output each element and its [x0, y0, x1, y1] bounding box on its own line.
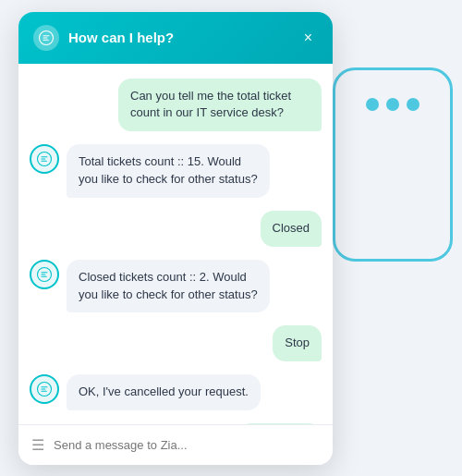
- backdrop-dot-3: [407, 98, 419, 111]
- bot-avatar: [30, 374, 59, 404]
- message-row: Can you tell me the total ticket count i…: [30, 79, 322, 132]
- bot-avatar: [30, 144, 59, 174]
- header-title: How can I help?: [68, 30, 289, 45]
- menu-icon[interactable]: ☰: [31, 436, 44, 454]
- bot-bubble: OK, I've cancelled your request.: [67, 374, 261, 410]
- message-row: Total tickets count :: 15. Would you lik…: [30, 144, 322, 198]
- scene: How can I help? × Can you tell me the to…: [18, 12, 444, 465]
- bot-avatar: [30, 260, 59, 289]
- message-row: Closed: [30, 211, 322, 247]
- close-button[interactable]: ×: [298, 29, 318, 47]
- bot-bubble: Total tickets count :: 15. Would you lik…: [67, 144, 270, 198]
- chat-input-area: ☰: [18, 424, 333, 465]
- user-bubble: Stop: [273, 325, 322, 361]
- chat-header: How can I help? ×: [18, 12, 333, 64]
- message-row: Stop: [30, 325, 322, 361]
- user-bubble: Can you tell me the total ticket count i…: [118, 79, 322, 132]
- zia-logo: [33, 25, 59, 51]
- backdrop-dot-1: [366, 98, 379, 111]
- chat-widget: How can I help? × Can you tell me the to…: [18, 12, 333, 465]
- backdrop-dot-2: [386, 98, 399, 111]
- backdrop-dots: [335, 70, 450, 111]
- bot-bubble: Closed tickets count :: 2. Would you lik…: [67, 260, 270, 313]
- user-bubble: Closed: [261, 211, 322, 247]
- message-row: Closed tickets count :: 2. Would you lik…: [30, 260, 322, 313]
- messages-area: Can you tell me the total ticket count i…: [18, 64, 333, 424]
- message-input[interactable]: [54, 438, 320, 452]
- message-row: OK, I've cancelled your request.: [30, 374, 322, 410]
- backdrop-decoration: [333, 67, 453, 262]
